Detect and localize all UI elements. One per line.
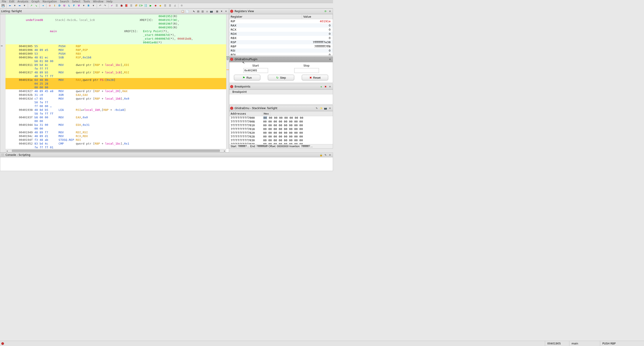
console-edit-icon[interactable]: ✎ <box>324 153 328 157</box>
stack-addr-col[interactable]: Addresses <box>229 111 262 116</box>
f-icon[interactable]: F <box>72 4 76 8</box>
console-body[interactable] <box>0 157 333 171</box>
menu-analysis[interactable]: Analysis <box>18 0 28 3</box>
listing-line[interactable]: 00401944 ba 31 00 MOV EDX,0x31 <box>6 123 229 127</box>
stack-row[interactable]: 7fffffffff702000 00 00 00 00 00 00 00 <box>229 131 333 135</box>
listing-line[interactable]: 00401927 48 89 45 e8 MOV qword ptr [RBP … <box>6 89 229 93</box>
register-row[interactable]: RSI0 <box>229 49 333 53</box>
listing-line[interactable]: 00 00 <box>6 127 229 130</box>
listing-line[interactable]: 00 00 00 <box>6 86 229 89</box>
register-row[interactable]: RCX0 <box>229 28 333 32</box>
list1-icon[interactable]: ☰ <box>114 4 119 8</box>
listing-line[interactable]: fe ff ff <box>6 67 229 71</box>
listing-line[interactable]: 40 fe ff ff <box>6 74 229 78</box>
home-icon[interactable]: ⌂ <box>205 9 209 13</box>
listing-line[interactable]: b8 01 00 00 <box>6 59 229 63</box>
stack-row[interactable]: 7fffffffff703000 00 00 00 00 00 00 00 <box>229 139 333 142</box>
menu-navigation[interactable]: Navigation <box>43 0 57 3</box>
listing-line[interactable]: 58 fe ff ff <box>6 112 229 116</box>
close-reg-icon[interactable]: ✕ <box>328 9 332 13</box>
goto-icon[interactable]: ➜ <box>41 4 45 8</box>
snap-icon[interactable]: 📷 <box>324 106 328 110</box>
menu-edit[interactable]: Edit <box>9 0 14 3</box>
listing-line[interactable]: 0040191e 64 48 8b MOV RAX,qword ptr FS:[… <box>6 78 229 82</box>
stack-hex-col[interactable]: Hex <box>262 111 270 116</box>
register-row[interactable]: RBP7fffffffff7ff8 <box>229 44 333 49</box>
listing-line[interactable]: 00401952 83 bd 4c CMP qword ptr [RBP + l… <box>6 142 229 145</box>
print-icon[interactable]: 🖨 <box>173 4 177 8</box>
ico1-icon[interactable]: 🗊 <box>134 4 138 8</box>
listing-line[interactable]: 0040192b 31 c0 XOR EAX,EAX <box>6 93 229 97</box>
play-icon[interactable]: ▶ <box>148 4 153 8</box>
gear-icon[interactable]: ⚙ <box>180 4 184 8</box>
snapshot-icon[interactable]: 📷 <box>210 9 214 13</box>
listing-hscroll[interactable]: ◂▸ <box>6 149 226 152</box>
u-icon[interactable]: U <box>62 4 66 8</box>
listing-line[interactable]: 50 fe ff <box>6 101 229 104</box>
listing-line[interactable]: 00401938 48 8d b5 LEA RSI=>local_1b0,[RB… <box>6 108 229 112</box>
back-icon[interactable]: ⬅ <box>8 4 12 8</box>
listing-line[interactable]: 0040194f f3 48 ab STOSQ.REP RDI <box>6 138 229 142</box>
listing-line[interactable]: 00401909 53 PUSH RBX <box>6 52 229 56</box>
b-drop-icon[interactable]: ▼ <box>91 4 96 8</box>
bp-col[interactable]: Breakpoint <box>229 90 333 94</box>
register-col[interactable]: Register <box>229 14 302 19</box>
stack-row[interactable]: 7fffffffff701800 00 00 00 00 00 00 00 <box>229 127 333 131</box>
back-drop-icon[interactable]: ▼ <box>12 4 17 8</box>
b-icon[interactable]: B <box>86 4 91 8</box>
menu-window[interactable]: Window <box>93 0 103 3</box>
register-row[interactable]: RDI0 <box>229 53 333 56</box>
d-icon[interactable]: D <box>57 4 62 8</box>
value-col[interactable]: Value <box>302 14 333 19</box>
menu-graph[interactable]: Graph <box>32 0 40 3</box>
listing-line[interactable]: 0040193f b8 00 00 MOV EAX,0x0 <box>6 116 229 119</box>
refresh-reg-icon[interactable]: ⟳ <box>324 9 328 13</box>
console-lock-icon[interactable]: 🔒 <box>319 153 323 157</box>
menu-select[interactable]: Select <box>72 0 80 3</box>
tree-icon[interactable]: ┇┇ <box>144 4 148 8</box>
stop-icon[interactable]: ⊘ <box>48 4 52 8</box>
refresh-icon[interactable]: C⟳ <box>139 4 143 8</box>
listing-line[interactable]: 00 00 <box>6 119 229 123</box>
listing-line[interactable]: 0040192d c7 85 MOV qword ptr [RBP + loca… <box>6 97 229 101</box>
fwd-icon[interactable]: ➡ <box>18 4 22 8</box>
i-icon[interactable]: I <box>52 4 57 8</box>
register-row[interactable]: RAX0 <box>229 23 333 28</box>
listing-view[interactable]: → 00401952(R) undefined8 Stack[-0x1c8… l… <box>0 14 229 153</box>
listing-line[interactable]: ff 00 00 … <box>6 104 229 108</box>
cursor-icon[interactable]: ⬉ <box>192 9 196 13</box>
stack-row[interactable]: 7fffffffff702800 00 00 00 00 00 00 00 <box>229 135 333 139</box>
step-button[interactable]: ↻Step <box>268 75 294 81</box>
listing-line[interactable]: 04 25 28 <box>6 82 229 86</box>
paste-icon[interactable]: 📄 <box>185 9 189 13</box>
close-console-icon[interactable]: ✕ <box>328 153 332 157</box>
rec-icon[interactable]: ⏺ <box>153 4 158 8</box>
fwd-drop-icon[interactable]: ▼ <box>22 4 27 8</box>
save-icon[interactable]: 💾 <box>1 4 5 8</box>
close-stack-icon[interactable]: ✕ <box>328 106 332 110</box>
listing-line[interactable]: 00401905 55 PUSH RBP <box>6 44 229 48</box>
stop-input[interactable] <box>294 68 319 73</box>
listing-vscroll[interactable] <box>226 14 229 149</box>
toggle1-icon[interactable]: ▤ <box>196 9 200 13</box>
toggle2-icon[interactable]: ▥ <box>201 9 204 13</box>
check-icon[interactable]: ✔ <box>110 4 114 8</box>
wand-icon[interactable]: ✨ <box>319 106 323 110</box>
stack-row[interactable]: 7fffffffff700000 00 00 00 00 00 00 00 <box>229 116 333 120</box>
register-row[interactable]: RBX0 <box>229 36 333 40</box>
fields-icon[interactable]: ▦ <box>215 9 219 13</box>
listing-line[interactable]: 00401906 48 89 e5 MOV RBP,RSP <box>6 48 229 52</box>
v-drop-icon[interactable]: ▼ <box>82 4 86 8</box>
nav2-icon[interactable]: ↘ <box>34 4 38 8</box>
close-listing-icon[interactable]: ✕ <box>224 9 228 13</box>
del-bp-icon[interactable]: ✖ <box>324 85 328 89</box>
start-input[interactable] <box>243 68 268 73</box>
list2-icon[interactable]: ☰ <box>129 4 134 8</box>
undo-icon[interactable]: ↶ <box>98 4 102 8</box>
add-bp-icon[interactable]: ＋ <box>319 85 323 89</box>
menu-search[interactable]: Search <box>60 0 69 3</box>
close-bp-icon[interactable]: ✕ <box>328 85 332 89</box>
l-icon[interactable]: L <box>67 4 71 8</box>
copy-icon[interactable]: 📋 <box>181 9 185 13</box>
stack-row[interactable]: 7fffffffff700800 00 00 00 00 00 00 00 <box>229 120 333 124</box>
